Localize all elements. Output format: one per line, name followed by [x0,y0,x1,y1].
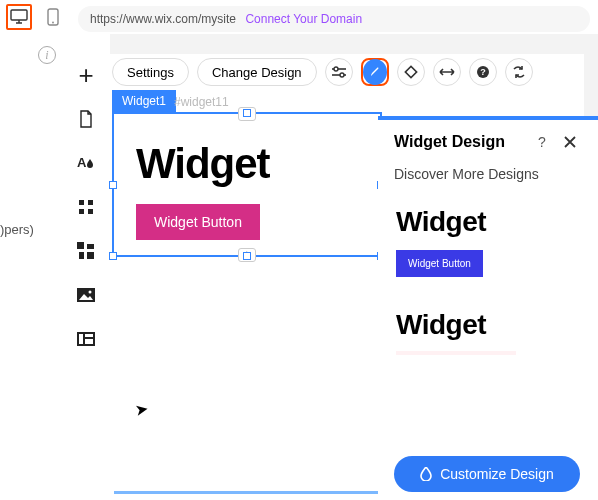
side-toolbar: + A [70,64,102,350]
mobile-icon [47,8,59,26]
widget-tab[interactable]: Widget1 [112,90,176,112]
svg-point-14 [89,291,92,294]
svg-point-21 [334,67,338,71]
desktop-icon [10,9,28,25]
preset-button: Widget Button [396,250,483,277]
resize-handle[interactable] [109,252,117,260]
preset-accent-bar [396,351,516,355]
svg-rect-18 [85,339,93,344]
image-icon [77,288,95,302]
widget-button[interactable]: Widget Button [136,204,260,240]
widget-id-label: #widget11 [174,95,229,109]
sliders-icon [332,66,346,78]
design-panel: Widget Design ? Discover More Designs Wi… [378,116,598,500]
customize-design-label: Customize Design [440,466,554,482]
settings-button[interactable]: Settings [112,58,189,86]
top-bar: https://www.wix.com/mysite Connect Your … [0,0,598,38]
panel-close-button[interactable] [558,130,582,154]
animation-button[interactable] [397,58,425,86]
url-bar: https://www.wix.com/mysite Connect Your … [78,6,590,32]
selected-widget[interactable]: ⇕ ⇕ Widget Widget Button [112,112,382,257]
diamond-icon [404,65,418,79]
svg-rect-7 [88,209,93,214]
connect-domain-link[interactable]: Connect Your Domain [245,12,362,26]
svg-rect-6 [79,209,84,214]
svg-rect-0 [11,10,27,20]
svg-rect-10 [79,252,84,259]
svg-rect-11 [87,252,94,259]
resize-handle[interactable] [243,252,251,260]
resize-handle[interactable] [109,181,117,189]
layout-icon [77,332,95,346]
svg-rect-16 [79,334,83,344]
layout-button[interactable] [75,328,97,350]
panel-subtitle: Discover More Designs [378,164,598,190]
page-icon [78,110,94,128]
design-preset-1[interactable]: Widget Widget Button [378,190,598,305]
desktop-view-button[interactable] [6,4,32,30]
paintdrop-icon: A [77,154,95,172]
apps-button[interactable] [75,240,97,262]
grid4-icon [78,199,94,215]
stretch-button[interactable] [433,58,461,86]
svg-rect-4 [79,200,84,205]
svg-rect-23 [405,66,416,77]
svg-rect-9 [87,244,94,249]
svg-text:A: A [77,155,87,170]
drop-icon [420,467,432,481]
mobile-view-button[interactable] [40,4,66,30]
panel-help-button[interactable]: ? [530,130,554,154]
question-icon: ? [476,65,490,79]
svg-point-22 [340,73,344,77]
svg-rect-17 [85,334,93,337]
help-button[interactable]: ? [469,58,497,86]
preset-heading: Widget [396,206,580,238]
element-toolbar: Settings Change Design ? [112,58,533,86]
sections-button[interactable] [75,196,97,218]
add-element-button[interactable]: + [75,64,97,86]
svg-rect-8 [77,242,84,249]
stretch-icon [439,67,455,77]
site-url: https://www.wix.com/mysite [90,12,236,26]
svg-rect-5 [88,200,93,205]
design-button[interactable] [361,58,389,86]
resize-handle[interactable] [243,109,251,117]
close-icon [564,136,576,148]
pages-button[interactable] [75,108,97,130]
change-design-button[interactable]: Change Design [197,58,317,86]
swap-icon [512,65,526,79]
interactions-button[interactable] [505,58,533,86]
preset-heading: Widget [396,309,580,341]
info-icon[interactable]: i [38,46,56,64]
left-panel-truncated-text: )pers) [0,222,34,237]
widget-heading: Widget [136,140,270,188]
design-preset-2[interactable]: Widget [378,305,598,367]
properties-button[interactable] [325,58,353,86]
customize-design-button[interactable]: Customize Design [394,456,580,492]
media-button[interactable] [75,284,97,306]
theme-button[interactable]: A [75,152,97,174]
puzzle-icon [77,242,95,260]
svg-point-2 [52,22,54,24]
panel-title: Widget Design [394,133,526,151]
paintbrush-icon [368,65,382,79]
svg-text:?: ? [480,67,486,77]
